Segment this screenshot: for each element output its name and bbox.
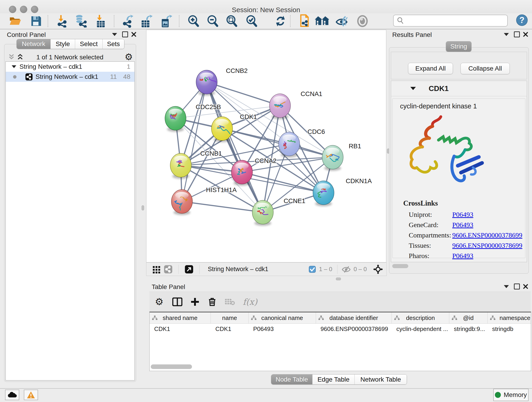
save-session-button[interactable] [29, 14, 44, 28]
fit-selected-crosshair-icon[interactable] [373, 264, 383, 274]
crosslink-value-link[interactable]: 9606.ENSP00000378699 [452, 242, 522, 249]
grid-mode-icon[interactable] [152, 265, 161, 274]
network-canvas[interactable]: CCNB2CCNA1CDC25BCDK1CDC6RB1CCNB1CCNA2CDK… [146, 30, 386, 262]
node-CCNB2[interactable] [196, 70, 217, 96]
cdk1-section-header[interactable]: CDK1 [391, 81, 527, 96]
memory-button[interactable]: Memory [493, 389, 529, 401]
edge-CCNB2-CCNA1[interactable] [207, 82, 280, 106]
apply-layout-button[interactable] [273, 14, 288, 28]
section-collapse-arrow[interactable] [410, 87, 416, 90]
zoom-selected-button[interactable] [244, 14, 259, 28]
export-image-button[interactable] [159, 14, 174, 28]
node-CDK1[interactable] [211, 117, 233, 142]
warning-icon [27, 391, 35, 399]
export-network-button[interactable] [121, 14, 136, 28]
collapse-all-button[interactable]: Collapse All [461, 63, 510, 74]
warnings-button[interactable] [24, 390, 38, 400]
table-cell[interactable]: P06493 [249, 324, 316, 334]
import-table-file-button[interactable] [94, 14, 108, 28]
zoom-fit-button[interactable] [224, 14, 239, 28]
table-cell[interactable]: 9606.ENSP00000378699 [316, 324, 392, 334]
control-panel-menu-button[interactable] [110, 30, 119, 38]
column-header-canonical-name[interactable]: canonical name [249, 313, 316, 323]
tab-select[interactable]: Select [75, 39, 103, 49]
table-row[interactable]: CDK1CDK1P064939606.ENSP00000378699cyclin… [150, 324, 531, 334]
zoom-out-button[interactable] [205, 14, 220, 28]
table-cell[interactable]: CDK1 [211, 324, 249, 334]
table-panel-tabs: Node Table Edge Table Network Table [271, 374, 407, 385]
control-panel-float-button[interactable] [121, 30, 129, 38]
tab-string-results[interactable]: String [446, 41, 471, 51]
node-label-CCNE1: CCNE1 [284, 197, 305, 204]
crosslink-value-link[interactable]: P06493 [452, 211, 473, 218]
node-RB1[interactable] [322, 145, 343, 171]
string-view-icon[interactable] [164, 265, 172, 274]
table-options-gear-button[interactable]: ⚙ [155, 297, 164, 307]
birds-eye-toggle-icon[interactable] [185, 265, 193, 274]
results-panel-close-button[interactable] [521, 30, 530, 38]
results-panel-menu-button[interactable] [502, 30, 510, 38]
create-column-button[interactable] [191, 298, 199, 306]
string-protein-query-button[interactable] [298, 14, 312, 28]
hide-unhide-button[interactable] [335, 14, 350, 28]
edge-CCNE1-HIST1H1A[interactable] [182, 201, 263, 212]
show-columns-button[interactable] [172, 298, 182, 306]
cloud-status-button[interactable] [5, 390, 19, 400]
tab-node-table[interactable]: Node Table [271, 375, 312, 384]
column-tree-icon [318, 315, 324, 320]
results-panel-float-button[interactable] [513, 30, 521, 38]
show-graphics-details-button[interactable] [355, 14, 370, 28]
tab-edge-table[interactable]: Edge Table [312, 375, 355, 384]
column-header-@id[interactable]: @id [449, 313, 488, 323]
crosslink-value-link[interactable]: 9606.ENSP00000378699 [452, 231, 522, 239]
node-CDC25B[interactable] [165, 106, 186, 132]
node-CDKN1A[interactable] [313, 181, 334, 206]
expand-all-networks-button[interactable] [16, 53, 24, 61]
control-panel-close-button[interactable] [130, 30, 138, 38]
string-home-button[interactable] [314, 14, 329, 28]
column-header-description[interactable]: description [392, 313, 449, 323]
help-button[interactable]: ? [516, 14, 528, 27]
network-row-selected[interactable]: String Network – cdk1 11 48 [6, 72, 134, 82]
column-header-namespace[interactable]: namespace [488, 313, 531, 323]
collection-expand-arrow[interactable] [12, 65, 16, 68]
table-panel-menu-button[interactable] [502, 282, 510, 291]
delete-column-button[interactable] [208, 297, 216, 306]
column-header-database-identifier[interactable]: database identifier [316, 313, 392, 323]
tab-style[interactable]: Style [51, 39, 75, 49]
export-table-button[interactable] [139, 14, 154, 28]
table-cell[interactable]: stringdb:9... [449, 324, 488, 334]
table-cell[interactable]: stringdb [488, 324, 531, 334]
table-cell[interactable]: cyclin-dependent ... [392, 324, 449, 334]
table-hscroll-thumb[interactable] [151, 364, 192, 369]
collapse-all-networks-button[interactable] [7, 53, 16, 61]
edge-CCNB2-HIST1H1A[interactable] [182, 82, 207, 201]
splitter-handle-left[interactable] [142, 205, 144, 211]
expand-all-button[interactable]: Expand All [408, 63, 453, 74]
table-cell[interactable]: CDK1 [150, 324, 211, 334]
network-options-gear-button[interactable]: ⚙ [125, 52, 133, 61]
search-field[interactable] [393, 15, 508, 27]
crosslink-value-link[interactable]: P06493 [452, 252, 473, 260]
node-HIST1H1A[interactable] [171, 190, 192, 215]
crosslink-value-link[interactable]: P06493 [452, 221, 473, 229]
tab-network[interactable]: Network [17, 39, 51, 49]
node-CCNB1[interactable] [170, 153, 191, 179]
network-collection-row[interactable]: String Network – cdk1 1 [6, 62, 134, 72]
column-header-name[interactable]: name [211, 313, 249, 323]
table-panel-close-button[interactable] [521, 282, 530, 291]
selected-checkbox-icon[interactable] [309, 266, 316, 273]
open-session-button[interactable] [8, 14, 23, 28]
node-CCNE1[interactable] [252, 200, 273, 226]
zoom-in-button[interactable] [186, 14, 201, 28]
results-hscroll-thumb[interactable] [392, 264, 408, 268]
tab-sets[interactable]: Sets [103, 39, 124, 49]
splitter-handle-bottom[interactable] [336, 278, 341, 280]
import-network-file-button[interactable] [55, 14, 70, 28]
import-network-from-database-button[interactable] [73, 14, 88, 28]
node-CCNA1[interactable] [269, 94, 291, 119]
tab-network-table[interactable]: Network Table [355, 375, 407, 384]
table-panel-float-button[interactable] [513, 282, 521, 291]
search-input[interactable] [406, 17, 507, 25]
column-header-shared-name[interactable]: shared name [150, 313, 211, 323]
